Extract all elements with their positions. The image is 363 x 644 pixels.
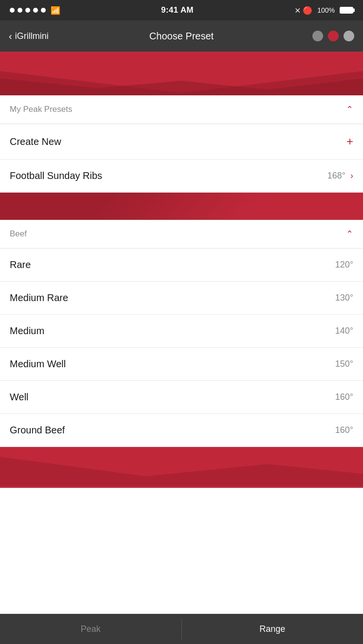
create-new-item[interactable]: Create New + [0, 124, 363, 160]
battery-icon [340, 7, 353, 14]
medium-rare-value: 130° [335, 293, 353, 303]
well-label: Well [10, 392, 29, 403]
rare-label: Rare [10, 259, 31, 270]
nav-dot-1[interactable] [312, 31, 323, 41]
signal-dot-4 [33, 8, 38, 13]
create-new-plus-icon: + [346, 135, 353, 148]
my-peak-presets-chevron-icon: ⌃ [346, 104, 353, 115]
medium-label: Medium [10, 325, 44, 337]
my-peak-presets-title: My Peak Presets [10, 105, 73, 114]
medium-well-item[interactable]: Medium Well 150° [0, 348, 363, 381]
back-arrow-icon: ‹ [9, 31, 12, 42]
ground-beef-value: 160° [335, 425, 353, 435]
nav-dots [312, 31, 354, 41]
rare-value: 120° [335, 260, 353, 270]
beef-chevron-icon: ⌃ [346, 229, 353, 239]
tab-bar: Peak Range [0, 614, 363, 644]
red-divider-inner [0, 193, 363, 220]
ground-beef-label: Ground Beef [10, 425, 65, 436]
nav-bar: ‹ iGrillmini Choose Preset [0, 20, 363, 52]
bottom-wave-svg [0, 447, 363, 486]
back-button[interactable]: ‹ iGrillmini [9, 31, 49, 42]
status-time: 9:41 AM [161, 5, 194, 15]
status-right: ⨯ 🔴 100% [294, 6, 353, 15]
status-bar: 📶 9:41 AM ⨯ 🔴 100% [0, 0, 363, 20]
medium-value: 140° [335, 326, 353, 336]
signal-dot-1 [10, 8, 15, 13]
signal-dot-3 [25, 8, 30, 13]
bottom-red-area [0, 447, 363, 488]
beef-section-title: Beef [10, 229, 27, 239]
my-peak-presets-header[interactable]: My Peak Presets ⌃ [0, 95, 363, 124]
football-sunday-ribs-label: Football Sunday Ribs [10, 170, 102, 181]
header-banner [0, 52, 363, 95]
medium-well-value: 150° [335, 359, 353, 369]
signal-indicators: 📶 [10, 6, 60, 15]
battery-percent: 100% [317, 6, 335, 14]
bluetooth-icon: ⨯ 🔴 [294, 6, 312, 15]
battery-fill [341, 8, 352, 13]
ground-beef-item[interactable]: Ground Beef 160° [0, 414, 363, 447]
red-divider-banner [0, 193, 363, 220]
nav-dot-2[interactable] [328, 31, 339, 41]
tab-range-label: Range [259, 624, 285, 634]
header-wave-svg [0, 52, 363, 95]
beef-section-header[interactable]: Beef ⌃ [0, 220, 363, 249]
tab-peak-label: Peak [81, 624, 101, 634]
signal-dot-5 [41, 8, 46, 13]
medium-rare-label: Medium Rare [10, 292, 68, 304]
rare-item[interactable]: Rare 120° [0, 249, 363, 282]
tab-range[interactable]: Range [182, 614, 363, 644]
football-sunday-ribs-item[interactable]: Football Sunday Ribs 168° › [0, 160, 363, 193]
football-sunday-ribs-value: 168° [327, 171, 345, 181]
medium-item[interactable]: Medium 140° [0, 315, 363, 348]
nav-dot-3[interactable] [344, 31, 354, 41]
signal-dot-2 [18, 8, 22, 13]
create-new-label: Create New [10, 136, 61, 147]
football-sunday-ribs-arrow-icon: › [350, 171, 353, 181]
back-app-label: iGrillmini [15, 31, 49, 41]
football-sunday-ribs-right: 168° › [327, 171, 353, 181]
wifi-icon: 📶 [51, 6, 60, 15]
medium-rare-item[interactable]: Medium Rare 130° [0, 282, 363, 315]
tab-peak[interactable]: Peak [0, 614, 182, 644]
well-item[interactable]: Well 160° [0, 381, 363, 414]
medium-well-label: Medium Well [10, 358, 66, 370]
page-title: Choose Preset [149, 31, 214, 42]
well-value: 160° [335, 392, 353, 402]
